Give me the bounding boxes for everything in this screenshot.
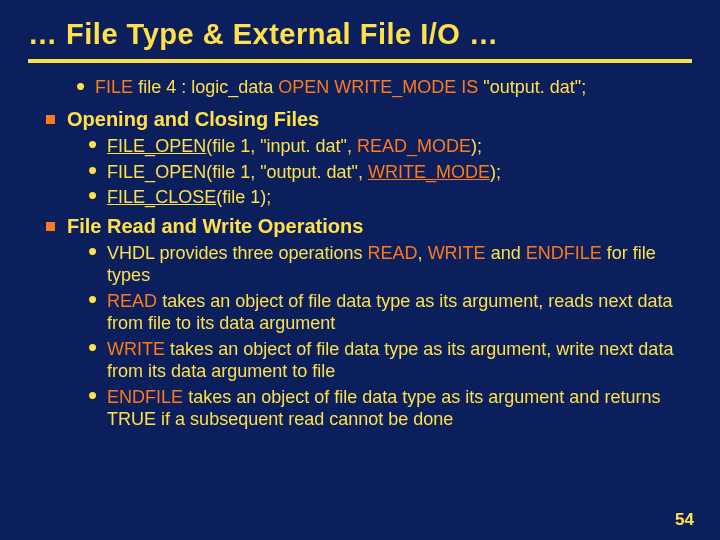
sub-bullet-text: FILE_OPEN(file 1, "input. dat", READ_MOD… [107, 135, 692, 158]
keyword-span: READ [368, 243, 418, 263]
sub-bullet: •WRITE takes an object of file data type… [88, 338, 692, 383]
section-heading-text: Opening and Closing Files [67, 108, 319, 131]
keyword-span: READ_MODE [357, 136, 471, 156]
keyword-span: WRITE [107, 339, 165, 359]
bullet-dot-icon: • [88, 135, 97, 153]
text-span: (file 1); [216, 187, 271, 207]
lead-seg4: "output. dat"; [478, 77, 586, 97]
lead-seg1: file 4 : logic_data [133, 77, 278, 97]
sub-bullet: •FILE_OPEN(file 1, "output. dat", WRITE_… [88, 161, 692, 184]
bullet-dot-icon: • [88, 242, 97, 260]
sub-bullet: •READ takes an object of file data type … [88, 290, 692, 335]
sub-bullet-text: READ takes an object of file data type a… [107, 290, 692, 335]
text-span: FILE_CLOSE [107, 187, 216, 207]
text-span: VHDL provides three operations [107, 243, 367, 263]
sub-bullet: •FILE_OPEN(file 1, "input. dat", READ_MO… [88, 135, 692, 158]
text-span: , [418, 243, 428, 263]
sub-bullet-text: ENDFILE takes an object of file data typ… [107, 386, 692, 431]
bullet-dot-icon: • [88, 186, 97, 204]
page-number: 54 [675, 510, 694, 530]
keyword-span: ENDFILE [107, 387, 183, 407]
sub-bullet-text: FILE_OPEN(file 1, "output. dat", WRITE_M… [107, 161, 692, 184]
bullet-dot-icon: • [88, 386, 97, 404]
text-span: ); [490, 162, 501, 182]
text-span: takes an object of file data type as its… [107, 339, 673, 382]
square-bullet-icon [46, 222, 55, 231]
bullet-dot-icon: • [88, 290, 97, 308]
square-bullet-icon [46, 115, 55, 124]
keyword-span: ENDFILE [526, 243, 602, 263]
kw-open: OPEN [278, 77, 329, 97]
text-span: (file 1, "input. dat", [206, 136, 357, 156]
slide: … File Type & External File I/O … • FILE… [0, 0, 720, 540]
kw-is: IS [461, 77, 478, 97]
sections-container: Opening and Closing Files•FILE_OPEN(file… [28, 108, 692, 431]
keyword-span: WRITE [428, 243, 486, 263]
section-heading: Opening and Closing Files [46, 108, 692, 131]
keyword-span: WRITE_MODE [368, 162, 490, 182]
text-span: FILE_OPEN [107, 136, 206, 156]
section-heading-text: File Read and Write Operations [67, 215, 363, 238]
kw-write-mode: WRITE_MODE [334, 77, 456, 97]
sub-bullet: •FILE_CLOSE(file 1); [88, 186, 692, 209]
sub-bullet: •VHDL provides three operations READ, WR… [88, 242, 692, 287]
text-span: takes an object of file data type as its… [107, 291, 672, 334]
text-span: ); [471, 136, 482, 156]
text-span: and [486, 243, 526, 263]
sub-bullet-text: FILE_CLOSE(file 1); [107, 186, 692, 209]
section: Opening and Closing Files•FILE_OPEN(file… [46, 108, 692, 209]
kw-file: FILE [95, 77, 133, 97]
sub-bullet: •ENDFILE takes an object of file data ty… [88, 386, 692, 431]
bullet-dot-icon: • [88, 338, 97, 356]
bullet-dot-icon: • [88, 161, 97, 179]
sub-bullet-text: VHDL provides three operations READ, WRI… [107, 242, 692, 287]
section-heading: File Read and Write Operations [46, 215, 692, 238]
text-span: FILE_OPEN(file 1, "output. dat", [107, 162, 368, 182]
keyword-span: READ [107, 291, 157, 311]
lead-text: FILE file 4 : logic_data OPEN WRITE_MODE… [95, 77, 586, 98]
text-span: takes an object of file data type as its… [107, 387, 660, 430]
bullet-dot-icon: • [76, 77, 85, 95]
lead-bullet: • FILE file 4 : logic_data OPEN WRITE_MO… [76, 77, 692, 98]
slide-title: … File Type & External File I/O … [28, 18, 692, 63]
section: File Read and Write Operations•VHDL prov… [46, 215, 692, 431]
sub-bullet-text: WRITE takes an object of file data type … [107, 338, 692, 383]
